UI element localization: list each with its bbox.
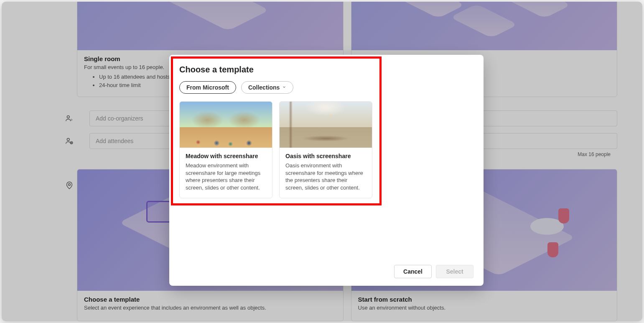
modal-title: Choose a template (179, 65, 473, 74)
template-source-tabs: From Microsoft Collections (179, 81, 473, 94)
template-thumbnail (180, 102, 272, 148)
template-card-meadow[interactable]: Meadow with screenshare Meadow environme… (179, 101, 272, 198)
template-description: Meadow environment with screenshare for … (186, 162, 266, 191)
select-button[interactable]: Select (436, 265, 473, 278)
template-title: Meadow with screenshare (186, 153, 266, 159)
template-grid: Meadow with screenshare Meadow environme… (179, 101, 473, 198)
template-title: Oasis with screenshare (285, 153, 366, 159)
chevron-down-icon (282, 85, 286, 90)
template-description: Oasis environment with screenshare for m… (285, 162, 366, 191)
cancel-button[interactable]: Cancel (394, 265, 432, 278)
template-card-oasis[interactable]: Oasis with screenshare Oasis environment… (279, 101, 372, 198)
tab-collections[interactable]: Collections (241, 81, 293, 94)
template-thumbnail (280, 102, 372, 148)
tab-from-microsoft[interactable]: From Microsoft (179, 81, 236, 94)
modal-footer: Cancel Select (179, 265, 473, 278)
choose-template-modal: Choose a template From Microsoft Collect… (169, 55, 484, 286)
